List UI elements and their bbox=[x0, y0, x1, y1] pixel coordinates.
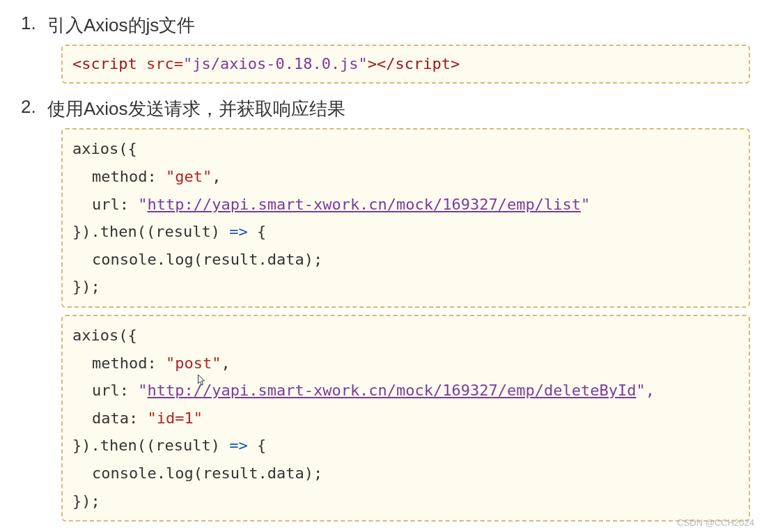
code-line: data: "id=1" bbox=[72, 405, 739, 432]
url-link[interactable]: http://yapi.smart-xwork.cn/mock/169327/e… bbox=[147, 382, 636, 399]
code-line: }).then((result) => { bbox=[72, 432, 739, 460]
list-number: 2. bbox=[14, 96, 47, 118]
url-link[interactable]: http://yapi.smart-xwork.cn/mock/169327/e… bbox=[147, 196, 581, 213]
code-line: }).then((result) => { bbox=[72, 218, 739, 246]
token-tag: <script bbox=[72, 55, 146, 72]
list-title: 使用Axios发送请求，并获取响应结果 bbox=[47, 96, 345, 121]
code-line: method: "post", bbox=[72, 350, 739, 377]
code-line: }); bbox=[72, 273, 739, 301]
cursor-icon bbox=[197, 374, 206, 386]
code-line: method: "get", bbox=[72, 163, 739, 191]
token-tag: ></script> bbox=[368, 55, 460, 72]
token-attr: src= bbox=[146, 55, 183, 72]
code-block-get: axios({ method: "get", url: "http://yapi… bbox=[61, 128, 750, 308]
list-number: 1. bbox=[14, 13, 47, 34]
code-line: url: "http://yapi.smart-xwork.cn/mock/16… bbox=[72, 191, 739, 219]
code-line: console.log(result.data); bbox=[72, 246, 739, 274]
code-block-post: axios({ method: "post", url: "http://yap… bbox=[61, 315, 750, 522]
code-line: }); bbox=[72, 487, 739, 515]
code-block-script: <script src="js/axios-0.18.0.js"></scrip… bbox=[61, 45, 750, 84]
token-string: "js/axios-0.18.0.js" bbox=[183, 55, 368, 72]
code-line: url: "http://yapi.smart-xwork.cn/mock/16… bbox=[72, 377, 739, 405]
code-line: console.log(result.data); bbox=[72, 460, 739, 487]
list-item-1: 1. 引入Axios的js文件 bbox=[14, 13, 750, 38]
watermark: CSDN @CCH2024 bbox=[677, 517, 754, 528]
code-line: <script src="js/axios-0.18.0.js"></scrip… bbox=[72, 50, 739, 78]
code-line: axios({ bbox=[72, 135, 739, 163]
list-title: 引入Axios的js文件 bbox=[47, 13, 195, 38]
list-item-2: 2. 使用Axios发送请求，并获取响应结果 bbox=[14, 96, 750, 121]
code-line: axios({ bbox=[72, 322, 739, 350]
